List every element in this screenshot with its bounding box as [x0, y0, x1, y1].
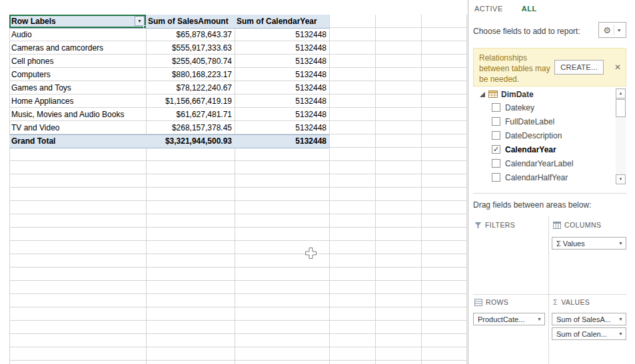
close-icon[interactable]: ✕ — [614, 63, 621, 72]
chevron-down-icon: ▼ — [617, 28, 622, 33]
pivot-data-row: TV and Video $268,157,378.45 5132448 — [9, 121, 329, 134]
filters-area-header: FILTERS — [474, 221, 515, 229]
pivot-year-cell[interactable]: 5132448 — [235, 55, 329, 68]
chevron-down-icon[interactable]: ▼ — [618, 317, 623, 321]
rows-label: ROWS — [486, 298, 508, 306]
pivot-row-label-cell[interactable]: Cell phones — [9, 55, 146, 68]
pivot-row-label-cell[interactable]: Cameras and camcorders — [9, 41, 146, 55]
columns-area-header: COLUMNS — [553, 221, 601, 229]
pivot-sales-cell[interactable]: $1,156,667,419.19 — [146, 94, 235, 108]
pivot-year-cell[interactable]: 5132448 — [235, 121, 329, 134]
tools-dropdown-button[interactable]: ⚙ ▼ — [598, 22, 626, 38]
pivot-row-label-cell[interactable]: Music, Movies and Audio Books — [9, 108, 146, 121]
values-field-chip-1[interactable]: Sum of SalesA... ▼ — [552, 313, 626, 325]
pivot-year-cell[interactable]: 5132448 — [235, 28, 329, 41]
grand-total-label-cell[interactable]: Grand Total — [9, 134, 146, 148]
pivot-row-label-cell[interactable]: Computers — [9, 68, 146, 81]
excel-window: Row Labels ▼ Sum of SalesAmount Sum of C… — [0, 0, 635, 364]
pivot-year-cell[interactable]: 5132448 — [235, 81, 329, 94]
field-list-item[interactable]: DateDescription — [473, 128, 616, 142]
gridline — [329, 15, 330, 364]
pivot-sales-cell[interactable]: $880,168,223.17 — [146, 68, 235, 81]
pivot-data-row: Games and Toys $78,122,240.67 5132448 — [9, 81, 329, 94]
pivot-sales-cell[interactable]: $268,157,378.45 — [146, 121, 235, 134]
field-checkbox[interactable] — [492, 159, 500, 168]
collapse-triangle-icon[interactable] — [480, 92, 485, 97]
field-checkbox[interactable] — [492, 131, 500, 140]
pane-divider — [473, 193, 626, 194]
field-list-item[interactable]: FullDateLabel — [473, 114, 616, 128]
table-row-dimdate[interactable]: DimDate — [473, 88, 616, 100]
row-labels-label: Row Labels — [11, 17, 56, 26]
columns-field-chip[interactable]: Σ Values ▼ — [552, 237, 626, 250]
field-name[interactable]: DateDescription — [505, 131, 562, 140]
pivot-header-row: Row Labels ▼ Sum of SalesAmount Sum of C… — [9, 15, 329, 28]
pivot-year-cell[interactable]: 5132448 — [235, 108, 329, 121]
pivot-row-label-cell[interactable]: Home Appliances — [9, 94, 146, 108]
scrollbar-thumb[interactable] — [616, 99, 626, 117]
pivot-table: Row Labels ▼ Sum of SalesAmount Sum of C… — [9, 15, 329, 148]
pivot-data-row: Cell phones $255,405,780.74 5132448 — [9, 55, 329, 68]
selection-fill-handle[interactable] — [143, 25, 146, 29]
field-checkbox[interactable] — [492, 103, 500, 112]
areas-horizontal-divider — [473, 294, 626, 295]
relationships-warning-banner: Relationships between tables may be need… — [473, 48, 626, 87]
rows-field-chip[interactable]: ProductCate... ▼ — [473, 313, 545, 325]
row-labels-header-cell[interactable]: Row Labels ▼ — [9, 15, 146, 28]
areas-vertical-divider — [548, 216, 549, 364]
scroll-down-icon[interactable]: ▼ — [616, 174, 626, 184]
tab-all[interactable]: ALL — [522, 5, 537, 13]
gridline — [375, 15, 376, 364]
pivot-sales-cell[interactable]: $255,405,780.74 — [146, 55, 235, 68]
sheet-grid[interactable]: Row Labels ▼ Sum of SalesAmount Sum of C… — [9, 15, 467, 364]
columns-icon — [553, 222, 561, 229]
pivot-year-cell[interactable]: 5132448 — [235, 94, 329, 108]
field-list-item[interactable]: ✓ CalendarYear — [473, 142, 616, 156]
field-list: DimDate Datekey FullDateLabel DateDescri… — [473, 88, 616, 184]
rows-icon — [474, 299, 482, 306]
values-label: VALUES — [561, 298, 590, 306]
pivot-row-label-cell[interactable]: Games and Toys — [9, 81, 146, 94]
chevron-down-icon[interactable]: ▼ — [537, 317, 542, 321]
pivot-data-row: Music, Movies and Audio Books $61,627,48… — [9, 108, 329, 121]
field-name[interactable]: Datekey — [505, 103, 534, 112]
pivot-row-label-cell[interactable]: TV and Video — [9, 121, 146, 134]
pivot-sales-cell[interactable]: $555,917,333.63 — [146, 41, 235, 55]
field-list-item[interactable]: CalendarHalfYear — [473, 170, 616, 184]
field-list-item[interactable]: CalendarYearLabel — [473, 156, 616, 170]
chevron-down-icon[interactable]: ▼ — [618, 331, 623, 336]
field-checkbox[interactable] — [492, 173, 500, 182]
field-checkbox[interactable] — [492, 117, 500, 126]
pivot-sales-cell[interactable]: $61,627,481.71 — [146, 108, 235, 121]
button-divider — [614, 25, 614, 35]
field-name[interactable]: CalendarYearLabel — [505, 159, 573, 168]
scroll-up-icon[interactable]: ▲ — [616, 89, 626, 98]
chevron-down-icon[interactable]: ▼ — [618, 241, 623, 246]
pivot-sales-cell[interactable]: $65,878,643.37 — [146, 28, 235, 41]
pivot-grand-total-row: Grand Total $3,321,944,500.93 5132448 — [9, 134, 329, 148]
sales-header-cell[interactable]: Sum of SalesAmount — [146, 15, 235, 28]
field-list-item[interactable]: Datekey — [473, 100, 616, 114]
pivot-year-cell[interactable]: 5132448 — [235, 41, 329, 55]
table-icon — [488, 91, 498, 98]
pane-splitter[interactable] — [468, 0, 468, 364]
field-list-scrollbar[interactable]: ▲ ▼ — [616, 89, 626, 184]
field-name[interactable]: CalendarHalfYear — [505, 173, 568, 182]
grand-total-year-cell[interactable]: 5132448 — [235, 134, 329, 148]
field-name[interactable]: FullDateLabel — [505, 117, 554, 126]
choose-fields-label: Choose fields to add to report: — [473, 27, 580, 36]
tab-active[interactable]: ACTIVE — [474, 5, 503, 13]
field-name[interactable]: CalendarYear — [505, 145, 556, 154]
pivot-year-cell[interactable]: 5132448 — [235, 68, 329, 81]
rows-area-header: ROWS — [474, 298, 508, 306]
pivottable-fields-pane: ACTIVE ALL Choose fields to add to repor… — [473, 0, 635, 364]
table-name[interactable]: DimDate — [501, 90, 534, 99]
field-checkbox[interactable]: ✓ — [492, 145, 500, 154]
pivot-row-label-cell[interactable]: Audio — [9, 28, 146, 41]
pivot-sales-cell[interactable]: $78,122,240.67 — [146, 81, 235, 94]
grand-total-sales-cell[interactable]: $3,321,944,500.93 — [146, 134, 235, 148]
filter-funnel-icon — [474, 222, 482, 229]
year-header-cell[interactable]: Sum of CalendarYear — [235, 15, 329, 28]
create-relationship-button[interactable]: CREATE... — [554, 60, 604, 75]
values-field-chip-2[interactable]: Sum of Calen... ▼ — [552, 327, 626, 340]
